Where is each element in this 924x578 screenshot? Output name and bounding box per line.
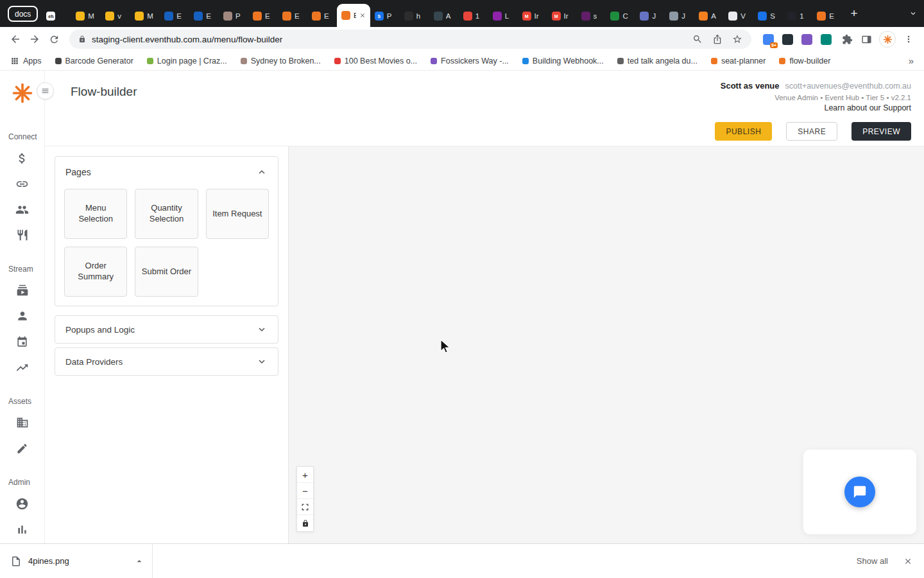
rail-item-venues[interactable]	[0, 410, 44, 435]
page-card[interactable]: Quantity Selection	[135, 189, 198, 239]
zoom-out-button[interactable]: −	[297, 483, 313, 499]
lock-icon	[78, 35, 86, 43]
puzzle-extensions-icon[interactable]	[838, 30, 856, 48]
extension-icon[interactable]: 9+	[763, 34, 774, 45]
browser-tab[interactable]: h	[400, 5, 429, 27]
rail-item-events[interactable]	[0, 329, 44, 355]
browser-tab[interactable]: E	[248, 5, 278, 27]
tab-close-icon[interactable]	[359, 12, 366, 19]
browser-tab[interactable]: V	[724, 5, 753, 27]
download-item[interactable]: 4pines.png	[0, 544, 153, 578]
pages-accordion-label: Pages	[65, 167, 91, 177]
bookmark-item[interactable]: seat-planner	[711, 57, 766, 66]
browser-tab[interactable]: J	[635, 5, 665, 27]
bookmark-item[interactable]: Fossickers Way -...	[431, 57, 509, 66]
search-icon[interactable]	[692, 34, 703, 44]
browser-tab[interactable]: M	[130, 5, 160, 27]
address-bar[interactable]: staging-client.eventhub.com.au/menu/flow…	[69, 30, 751, 49]
rail-item-menu[interactable]	[0, 222, 44, 248]
page-card[interactable]: Menu Selection	[64, 189, 127, 239]
eventhub-logo[interactable]	[12, 82, 33, 104]
browser-tab[interactable]: J	[665, 5, 694, 27]
rail-item-account[interactable]	[0, 491, 44, 516]
browser-tab[interactable]: A	[429, 5, 459, 27]
side-panel-icon[interactable]	[857, 30, 875, 48]
browser-tab[interactable]: C	[606, 5, 635, 27]
forward-button[interactable]	[26, 30, 44, 48]
browser-tab[interactable]: v	[101, 5, 130, 27]
browser-tab[interactable]: E	[307, 5, 337, 27]
collapsed-accordion[interactable]: Popups and Logic	[55, 315, 278, 344]
browser-tab[interactable]: s	[577, 5, 606, 27]
browser-tab[interactable]: A	[694, 5, 724, 27]
extension-icon[interactable]	[801, 34, 812, 45]
page-card[interactable]: Order Summary	[64, 247, 127, 297]
preview-button[interactable]: PREVIEW	[851, 122, 911, 141]
browser-tab[interactable]: S	[753, 5, 783, 27]
back-button[interactable]	[6, 30, 24, 48]
bookmarks-apps[interactable]: Apps	[10, 57, 42, 66]
browser-tab[interactable]: S P	[370, 5, 400, 27]
browser-tab[interactable]: 1	[783, 5, 812, 27]
extension-icon[interactable]	[821, 34, 832, 45]
extension-icon[interactable]	[782, 34, 793, 45]
tab-favicon	[105, 12, 114, 21]
share-icon[interactable]	[712, 34, 723, 44]
rail-item-editor[interactable]	[0, 435, 44, 461]
rail-item-analytics[interactable]	[0, 355, 44, 380]
share-button[interactable]: SHARE	[786, 122, 837, 141]
pages-accordion-header[interactable]: Pages	[55, 157, 278, 188]
rail-item-reports[interactable]	[0, 516, 44, 542]
bookmark-item[interactable]: flow-builder	[779, 57, 830, 66]
rail-item-links[interactable]	[0, 171, 44, 197]
fit-view-button[interactable]	[297, 499, 313, 515]
bookmark-item[interactable]: Login page | Craz...	[147, 57, 227, 66]
chat-launcher-button[interactable]	[844, 477, 875, 507]
publish-button[interactable]: PUBLISH	[715, 122, 772, 141]
profile-avatar[interactable]	[879, 31, 896, 48]
browser-tab[interactable]: M Ir	[518, 5, 547, 27]
browser-tab[interactable]: 1	[459, 5, 488, 27]
support-link[interactable]: Learn about our Support	[721, 103, 911, 114]
browser-tab[interactable]: E	[160, 5, 189, 27]
show-all-downloads[interactable]: Show all	[857, 556, 888, 566]
browser-tab[interactable]: P	[219, 5, 248, 27]
bookmark-item[interactable]: 100 Best Movies o...	[334, 57, 417, 66]
bookmark-item[interactable]: Building Webhook...	[522, 57, 604, 66]
browser-tab[interactable]: E	[189, 5, 219, 27]
page-card[interactable]: Submit Order	[135, 247, 198, 297]
tab-favicon	[728, 12, 737, 21]
browser-tab[interactable]: eh	[42, 5, 71, 27]
bookmark-star-icon[interactable]	[732, 34, 742, 44]
rail-item-streams[interactable]	[0, 277, 44, 303]
tab-title: E	[295, 12, 303, 20]
tab-favicon	[493, 12, 502, 21]
tab-favicon	[312, 12, 321, 21]
browser-tab[interactable]: E	[278, 5, 307, 27]
browser-tab[interactable]: M	[71, 5, 101, 27]
bookmark-item[interactable]: Barcode Generator	[55, 57, 133, 66]
bookmark-item[interactable]: ted talk angela du...	[617, 57, 697, 66]
flow-canvas[interactable]: + −	[289, 146, 924, 543]
new-tab-button[interactable]: +	[846, 5, 862, 22]
browser-tab[interactable]: Ev	[337, 4, 370, 27]
download-menu-caret-icon[interactable]	[134, 556, 144, 566]
collapsed-accordion[interactable]: Data Providers	[55, 347, 278, 376]
rail-item-profile[interactable]	[0, 303, 44, 329]
bookmark-item[interactable]: Sydney to Broken...	[241, 57, 321, 66]
zoom-in-button[interactable]: +	[297, 467, 313, 483]
browser-tab[interactable]: M Ir	[547, 5, 577, 27]
browser-tab[interactable]: E	[812, 5, 842, 27]
sidebar-collapse-button[interactable]	[37, 82, 54, 100]
close-shelf-icon[interactable]	[903, 557, 912, 566]
rail-item-customers[interactable]	[0, 197, 44, 222]
lock-toggle-button[interactable]	[297, 515, 313, 531]
bookmarks-overflow-icon[interactable]: »	[909, 55, 914, 66]
page-card[interactable]: Item Request	[206, 189, 269, 239]
browser-tab[interactable]: L	[488, 5, 518, 27]
reload-button[interactable]	[45, 30, 63, 48]
tab-overflow-chevron-icon[interactable]	[909, 9, 918, 18]
rail-item-payments[interactable]	[0, 145, 44, 171]
browser-tab[interactable]: docs	[8, 6, 38, 22]
browser-menu-icon[interactable]	[900, 30, 918, 48]
